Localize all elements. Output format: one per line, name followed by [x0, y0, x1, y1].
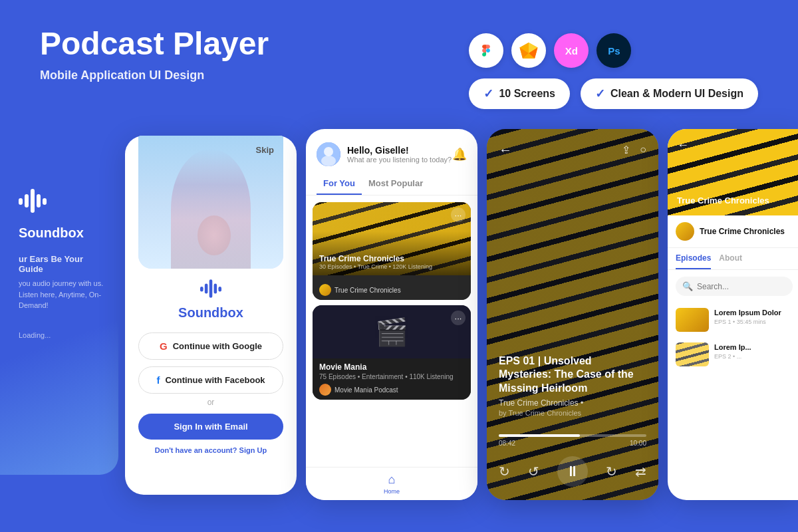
time-total: 10:00	[630, 440, 646, 447]
figma-icon	[469, 33, 503, 68]
episode-item-2[interactable]: Lorem Ip... EPS 2 • ...	[668, 337, 798, 372]
badges: ✓ 10 Screens ✓ Clean & Modern UI Design	[469, 78, 758, 109]
forward-button[interactable]: ↻	[606, 464, 617, 479]
or-label: or	[207, 398, 215, 407]
podcast-meta-1: 30 Episodes • True Crime • 120K Listenin…	[319, 263, 432, 270]
soundbox-bars-icon	[200, 279, 221, 303]
podcast-card-2[interactable]: 🎬 ··· Movie Mania 75 Episodes • Entertai…	[313, 305, 471, 400]
loading-text: Loading...	[19, 331, 51, 339]
tab-about[interactable]: About	[719, 248, 742, 269]
screens-row: Soundbox ur Ears Be Your Guide you audio…	[0, 129, 798, 501]
check-icon2: ✓	[595, 86, 605, 101]
more-options-btn-2[interactable]: ···	[451, 311, 466, 325]
signin-email-button[interactable]: Sign In with Email	[138, 414, 283, 440]
notification-icon[interactable]: 🔔	[452, 147, 467, 162]
episode-search-box[interactable]: 🔍	[676, 277, 793, 296]
tool-icons: Xd Ps	[469, 33, 631, 68]
greeting-sub: What are you listening to today?	[347, 156, 452, 164]
episode-item-1[interactable]: Lorem Ipsum Dolor EPS 1 • 35:45 mins	[668, 303, 798, 337]
more-options-btn-1[interactable]: ···	[451, 207, 466, 222]
clapper-icon: 🎬	[375, 317, 408, 348]
shuffle-button[interactable]: ⇄	[635, 464, 646, 479]
episode-info-1: Lorem Ipsum Dolor EPS 1 • 35:45 mins	[714, 308, 781, 325]
pause-button[interactable]: ⏸	[557, 456, 588, 487]
svg-rect-15	[218, 287, 221, 292]
tab-most-popular[interactable]: Most Popular	[362, 173, 430, 195]
badge-screens: ✓ 10 Screens	[469, 78, 570, 109]
tab-for-you[interactable]: For You	[317, 173, 362, 195]
player-content: ← ⇪ ○ EPS 01 | Unsolved Mysteries: The C…	[487, 129, 658, 500]
home-nav-label: Home	[384, 488, 400, 495]
nav-home[interactable]: ⌂ Home	[384, 473, 400, 495]
facebook-icon: f	[156, 374, 160, 386]
screen-login: Skip Soundbox G Continue with Google f C…	[125, 136, 297, 495]
google-login-button[interactable]: G Continue with Google	[138, 332, 283, 360]
signup-text: Don't have an account? Sign Up	[155, 446, 267, 454]
tagline: ur Ears Be Your Guide	[19, 254, 106, 274]
episode-title: EPS 01 | Unsolved Mysteries: The Case of…	[499, 354, 646, 396]
bottom-nav: ⌂ Home	[306, 467, 477, 500]
episodes-back-button[interactable]: ←	[677, 138, 689, 152]
channel-avatar-1	[319, 284, 331, 296]
svg-rect-8	[37, 194, 41, 207]
back-button[interactable]: ←	[499, 142, 512, 158]
podcast-thumb-2: 🎬 ···	[313, 305, 471, 358]
svg-rect-12	[205, 283, 208, 293]
search-icon[interactable]: ○	[640, 144, 646, 156]
skip-button[interactable]: Skip	[256, 145, 274, 155]
facebook-login-button[interactable]: f Continue with Facebook	[138, 366, 283, 394]
page-title: Podcast Player	[40, 27, 269, 62]
episode-title-2: Lorem Ip...	[714, 342, 751, 352]
svg-rect-6	[31, 189, 35, 213]
channel-row-2: Movie Mania Podcast	[319, 384, 464, 396]
rewind-button[interactable]: ↺	[528, 464, 539, 479]
share-icon[interactable]: ⇪	[622, 144, 630, 156]
channel-row-1: True Crime Chronicles	[319, 284, 464, 296]
episode-search-input[interactable]	[697, 282, 786, 291]
progress-bar[interactable]	[499, 434, 646, 437]
facebook-btn-label: Continue with Facebook	[165, 375, 265, 385]
progress-fill	[499, 434, 580, 437]
home-tabs: For You Most Popular	[306, 173, 477, 196]
soundbox-logo-icon	[19, 189, 47, 219]
podcast-info-2: Movie Mania 75 Episodes • Entertainment …	[313, 358, 471, 400]
podcast-title-1: True Crime Chronicles	[319, 254, 432, 263]
svg-rect-13	[214, 283, 217, 293]
home-header: Hello, Giselle! What are you listening t…	[306, 129, 477, 173]
svg-point-17	[324, 147, 333, 156]
episode-author: by True Crime Chronicles	[499, 409, 646, 417]
player-controls: ↻ ↺ ⏸ ↻ ⇄	[499, 456, 646, 487]
sketch-icon	[511, 33, 546, 68]
podcast-avatar	[676, 222, 694, 241]
app-name: Soundbox	[19, 225, 84, 241]
badge-screens-label: 10 Screens	[499, 88, 555, 100]
description: you audio journey with us. Listen here, …	[19, 278, 106, 311]
channel-name-2: Movie Mania Podcast	[334, 386, 398, 394]
svg-rect-10	[43, 198, 47, 205]
repeat-button[interactable]: ↻	[499, 464, 510, 479]
episode-info-2: Lorem Ip... EPS 2 • ...	[714, 342, 751, 360]
home-nav-icon: ⌂	[388, 473, 396, 487]
episode-meta-2: EPS 2 • ...	[714, 353, 751, 360]
player-top-bar: ← ⇪ ○	[499, 142, 646, 158]
svg-rect-14	[200, 287, 203, 292]
badge-design: ✓ Clean & Modern UI Design	[581, 78, 758, 109]
screen-episodes: ← True Crime Chronicles True Crime Chron…	[668, 129, 798, 500]
episode-title-1: Lorem Ipsum Dolor	[714, 308, 781, 317]
episode-info: EPS 01 | Unsolved Mysteries: The Case of…	[499, 354, 646, 417]
svg-rect-9	[19, 198, 23, 205]
podcast-card-1[interactable]: ··· True Crime Chronicles 30 Episodes • …	[313, 202, 471, 300]
badge-design-label: Clean & Modern UI Design	[610, 88, 743, 100]
signup-link[interactable]: Sign Up	[239, 446, 267, 454]
episode-thumb-2	[676, 342, 709, 366]
ps-icon: Ps	[597, 33, 631, 68]
episodes-title: True Crime Chronicles	[677, 196, 769, 206]
episode-tabs: Episodes About	[668, 248, 798, 270]
channel-name-1: True Crime Chronicles	[334, 287, 401, 294]
tab-episodes[interactable]: Episodes	[676, 248, 711, 269]
user-avatar	[317, 142, 340, 166]
page-subtitle: Mobile Application UI Design	[40, 68, 269, 82]
podcast-name: True Crime Chronicles •	[499, 398, 646, 408]
title-block: Podcast Player Mobile Application UI Des…	[40, 27, 269, 82]
time-row: 08:42 10:00	[499, 440, 646, 447]
